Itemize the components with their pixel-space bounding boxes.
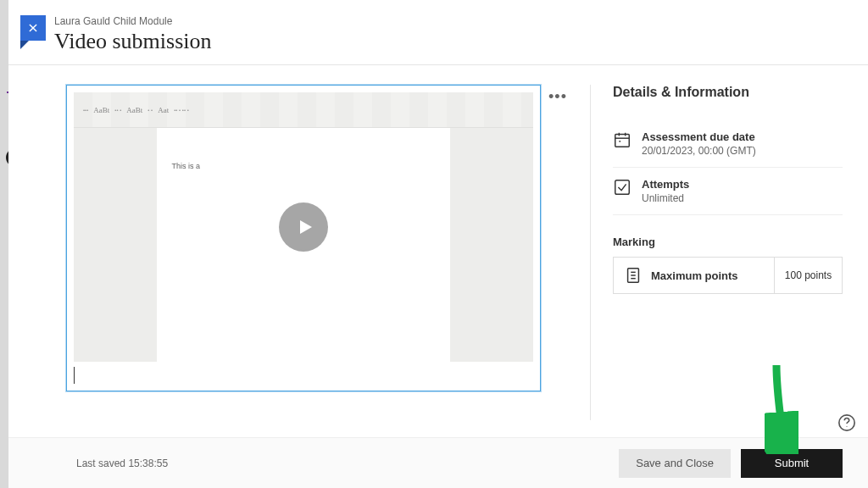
- calendar-due-icon: [613, 130, 632, 149]
- max-points-value: 100 points: [774, 258, 842, 293]
- save-close-button[interactable]: Save and Close: [619, 449, 731, 478]
- due-date-value: 20/01/2023, 00:00 (GMT): [642, 145, 756, 157]
- details-heading: Details & Information: [613, 85, 843, 100]
- last-saved-text: Last saved 15:38:55: [76, 458, 168, 469]
- play-icon: [295, 217, 315, 237]
- rubric-icon: [624, 266, 643, 285]
- attempts-label: Attempts: [642, 178, 689, 191]
- footer: Last saved 15:38:55 Save and Close Submi…: [8, 437, 868, 488]
- close-icon: [27, 22, 39, 34]
- max-points-label: Maximum points: [651, 269, 738, 282]
- video-editor-area[interactable]: ••• AaBt •• • AaBt • • Aat •• • •• • Thi…: [66, 85, 541, 391]
- submission-panel: Laura Gauld Child Module Video submissio…: [8, 0, 868, 488]
- svg-rect-19: [615, 180, 630, 195]
- due-date-label: Assessment due date: [642, 130, 756, 143]
- svg-marker-13: [300, 220, 312, 234]
- marking-heading: Marking: [613, 236, 843, 248]
- play-button[interactable]: [279, 202, 328, 252]
- marking-row: Maximum points 100 points: [613, 257, 843, 294]
- breadcrumb: Laura Gauld Child Module: [54, 15, 851, 27]
- ellipsis-icon: •••: [548, 88, 567, 106]
- page-title: Video submission: [54, 29, 851, 54]
- svg-rect-14: [615, 135, 630, 147]
- close-button[interactable]: [20, 15, 46, 41]
- attempts-check-icon: [613, 178, 632, 197]
- help-button[interactable]: [837, 413, 856, 432]
- attempts-row: Attempts Unlimited: [613, 168, 843, 215]
- column-divider: [590, 85, 591, 420]
- more-options-button[interactable]: •••: [548, 86, 568, 107]
- attempts-value: Unlimited: [642, 192, 689, 204]
- editor-text-caret[interactable]: [74, 367, 533, 384]
- due-date-row: Assessment due date 20/01/2023, 00:00 (G…: [613, 120, 843, 168]
- submit-button[interactable]: Submit: [741, 449, 843, 478]
- help-icon: [837, 413, 856, 432]
- doc-preview-text: This is a: [172, 162, 201, 170]
- doc-ribbon: ••• AaBt •• • AaBt • • Aat •• • •• •: [74, 92, 533, 128]
- header-divider: [8, 64, 868, 65]
- video-thumbnail: ••• AaBt •• • AaBt • • Aat •• • •• • Thi…: [74, 92, 533, 362]
